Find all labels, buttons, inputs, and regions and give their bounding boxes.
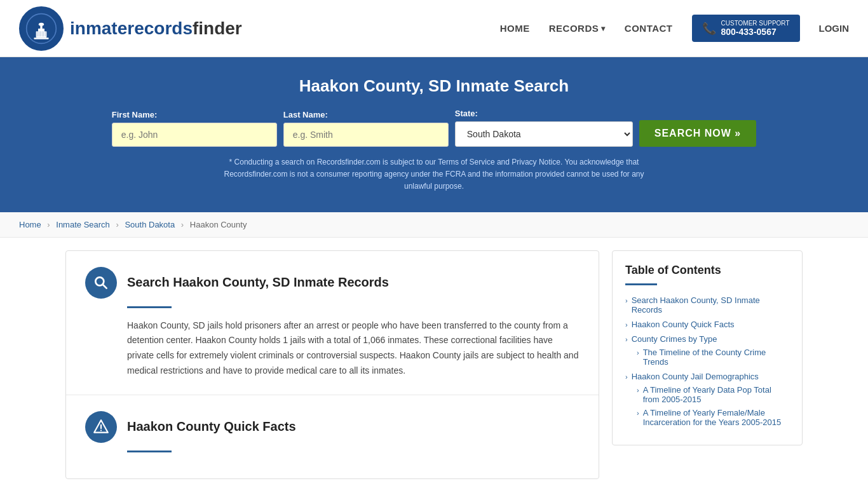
toc-sublink[interactable]: ›A Timeline of Yearly Data Pop Total fro… bbox=[637, 385, 789, 404]
chevron-right-icon: › bbox=[625, 297, 628, 304]
customer-support-button[interactable]: 📞 CUSTOMER SUPPORT 800-433-0567 bbox=[692, 15, 800, 42]
search-hero: Haakon County, SD Inmate Search First Na… bbox=[0, 57, 868, 212]
search-icon-circle bbox=[85, 267, 117, 299]
breadcrumb-state[interactable]: South Dakota bbox=[125, 220, 175, 229]
section2-underline bbox=[127, 451, 172, 452]
toc-link[interactable]: ›Search Haakon County, SD Inmate Records bbox=[625, 295, 789, 315]
content-area: Search Haakon County, SD Inmate Records … bbox=[65, 250, 599, 479]
toc-item: ›Haakon County Jail Demographics›A Timel… bbox=[625, 372, 789, 427]
search-button[interactable]: SEARCH NOW » bbox=[639, 120, 756, 147]
logo-icon bbox=[19, 6, 64, 51]
breadcrumb: Home › Inmate Search › South Dakota › Ha… bbox=[0, 212, 868, 238]
section1-title: Search Haakon County, SD Inmate Records bbox=[127, 275, 389, 290]
toc-subitem: ›A Timeline of Yearly Data Pop Total fro… bbox=[637, 385, 789, 404]
section1-underline bbox=[127, 306, 172, 308]
toc-item: ›Search Haakon County, SD Inmate Records bbox=[625, 295, 789, 315]
svg-point-4 bbox=[39, 22, 44, 25]
first-name-group: First Name: bbox=[112, 110, 277, 147]
svg-point-15 bbox=[100, 430, 102, 431]
logo-text: inmaterecordsfinder bbox=[70, 18, 242, 39]
state-group: State: AlabamaAlaskaArizonaArkansasCalif… bbox=[455, 109, 633, 147]
toc-sublink[interactable]: ›A Timeline of Yearly Female/Male Incarc… bbox=[637, 408, 789, 427]
quick-facts-section: Haakon County Quick Facts bbox=[66, 395, 599, 478]
svg-rect-5 bbox=[37, 31, 37, 36]
toc-subitem: ›The Timeline of the County Crime Trends bbox=[637, 348, 789, 367]
breadcrumb-inmate-search[interactable]: Inmate Search bbox=[56, 220, 110, 229]
svg-rect-7 bbox=[40, 31, 41, 36]
toc-divider bbox=[625, 283, 657, 285]
chevron-down-icon: ▾ bbox=[601, 24, 606, 33]
nav-home[interactable]: HOME bbox=[500, 23, 530, 34]
breadcrumb-home[interactable]: Home bbox=[19, 220, 41, 229]
main-nav: HOME RECORDS ▾ CONTACT 📞 CUSTOMER SUPPOR… bbox=[500, 15, 849, 42]
breadcrumb-sep-1: › bbox=[47, 220, 50, 229]
svg-rect-6 bbox=[39, 31, 39, 36]
toc-item: ›County Crimes by Type›The Timeline of t… bbox=[625, 334, 789, 367]
chevron-right-icon: › bbox=[637, 349, 639, 356]
last-name-input[interactable] bbox=[283, 123, 449, 147]
svg-rect-11 bbox=[34, 37, 48, 39]
site-header: inmaterecordsfinder HOME RECORDS ▾ CONTA… bbox=[0, 0, 868, 57]
alert-icon-circle bbox=[85, 411, 117, 443]
toc-title: Table of Contents bbox=[625, 264, 789, 277]
svg-rect-9 bbox=[43, 31, 44, 36]
section2-header: Haakon County Quick Facts bbox=[85, 411, 580, 443]
last-name-label: Last Name: bbox=[283, 110, 449, 119]
state-select[interactable]: AlabamaAlaskaArizonaArkansasCaliforniaCo… bbox=[455, 121, 633, 147]
last-name-group: Last Name: bbox=[283, 110, 449, 147]
svg-rect-10 bbox=[45, 31, 46, 36]
state-label: State: bbox=[455, 109, 633, 118]
sidebar: Table of Contents ›Search Haakon County,… bbox=[612, 250, 803, 479]
section2-title: Haakon County Quick Facts bbox=[127, 419, 296, 434]
search-form: First Name: Last Name: State: AlabamaAla… bbox=[13, 109, 855, 147]
svg-rect-8 bbox=[42, 31, 43, 36]
logo[interactable]: inmaterecordsfinder bbox=[19, 6, 242, 51]
toc-link[interactable]: ›Haakon County Jail Demographics bbox=[625, 372, 789, 381]
breadcrumb-county: Haakon County bbox=[190, 220, 247, 229]
chevron-right-icon: › bbox=[637, 409, 639, 417]
toc-link[interactable]: ›Haakon County Quick Facts bbox=[625, 320, 789, 329]
section1-body: Haakon County, SD jails hold prisoners a… bbox=[127, 318, 580, 379]
toc-sublink[interactable]: ›The Timeline of the County Crime Trends bbox=[637, 348, 789, 367]
breadcrumb-sep-3: › bbox=[181, 220, 184, 229]
hero-disclaimer: * Conducting a search on Recordsfinder.c… bbox=[212, 156, 656, 193]
chevron-right-icon: › bbox=[625, 321, 628, 329]
chevron-right-icon: › bbox=[637, 386, 639, 394]
toc-link[interactable]: ›County Crimes by Type bbox=[625, 334, 789, 344]
section1-header: Search Haakon County, SD Inmate Records bbox=[85, 267, 580, 299]
nav-contact[interactable]: CONTACT bbox=[625, 23, 673, 34]
login-button[interactable]: LOGIN bbox=[819, 23, 850, 34]
first-name-label: First Name: bbox=[112, 110, 277, 119]
first-name-input[interactable] bbox=[112, 123, 277, 147]
table-of-contents: Table of Contents ›Search Haakon County,… bbox=[612, 250, 803, 445]
main-content: Search Haakon County, SD Inmate Records … bbox=[53, 250, 815, 479]
toc-item: ›Haakon County Quick Facts bbox=[625, 320, 789, 329]
toc-subitem: ›A Timeline of Yearly Female/Male Incarc… bbox=[637, 408, 789, 427]
nav-records[interactable]: RECORDS ▾ bbox=[549, 23, 606, 34]
chevron-right-icon: › bbox=[625, 373, 628, 381]
breadcrumb-sep-2: › bbox=[116, 220, 118, 229]
chevron-right-icon: › bbox=[625, 336, 628, 343]
phone-icon: 📞 bbox=[702, 22, 716, 36]
page-title: Haakon County, SD Inmate Search bbox=[13, 76, 855, 96]
inmate-records-section: Search Haakon County, SD Inmate Records … bbox=[66, 251, 599, 395]
toc-list: ›Search Haakon County, SD Inmate Records… bbox=[625, 295, 789, 427]
svg-line-13 bbox=[103, 284, 107, 288]
